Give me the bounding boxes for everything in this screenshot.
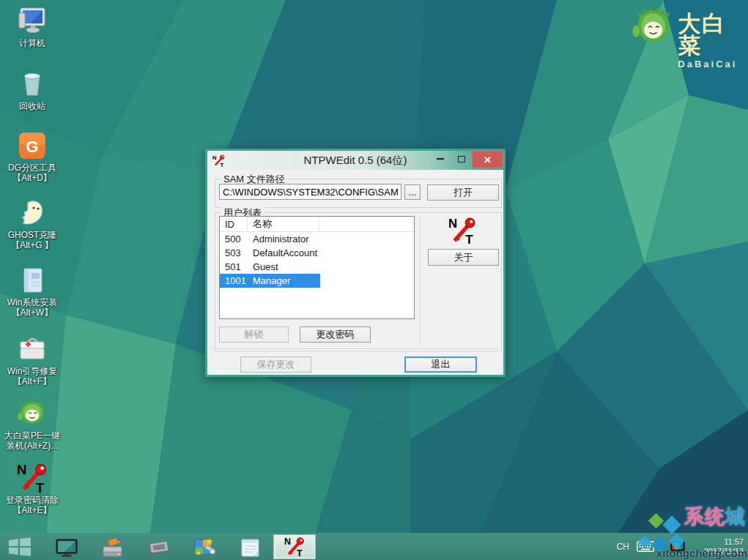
- ghost-icon: [17, 198, 48, 228]
- tray-date: 2017/11/13: [704, 547, 744, 556]
- desktop-icon-label: Win系统安装 【Alt+W】: [7, 297, 58, 318]
- desktop-icon-dabaicai-pe[interactable]: 大白菜PE一键 装机(Alt+Z)...: [0, 398, 64, 451]
- svg-text:T: T: [297, 548, 303, 557]
- desktop-icon-recycle-bin[interactable]: 回收站: [0, 67, 64, 111]
- nt-logo: N T: [448, 217, 476, 244]
- diskgenius-icon: G: [17, 130, 48, 161]
- notepad-icon: [239, 537, 261, 558]
- desktop-icon-password-clear[interactable]: N T 登录密码清除 【Alt+E】: [0, 463, 64, 515]
- taskbar-disk-tool[interactable]: [101, 536, 126, 558]
- vertical-divider: [420, 215, 421, 346]
- dabaicai-brand: 大白菜 DaBaiCai: [632, 4, 745, 56]
- column-header-name: 名称: [248, 217, 319, 231]
- unlock-button[interactable]: 解锁: [219, 326, 289, 343]
- user-list-header: ID 名称: [220, 217, 414, 232]
- desktop-icon-label: DG分区工具 【Alt+D】: [8, 163, 56, 183]
- disk-cleanup-icon: [102, 537, 125, 558]
- desktop-icon-label: GHOST克隆 【Alt+G 】: [8, 230, 57, 250]
- taskbar-ntpwedit-active[interactable]: N T: [273, 534, 316, 559]
- taskbar-display-tool[interactable]: [54, 536, 79, 558]
- horizontal-divider: [211, 348, 500, 349]
- memory-chip-icon: [147, 539, 171, 558]
- brand-subtitle: DaBaiCai: [678, 59, 745, 70]
- open-button[interactable]: 打开: [427, 184, 499, 201]
- desktop-icon-label: Win引导修复 【Alt+F】: [7, 366, 58, 387]
- maximize-icon: [458, 156, 465, 163]
- column-header-id: ID: [220, 217, 248, 231]
- system-tray: CH: [616, 533, 748, 560]
- image-tool-icon: [193, 537, 216, 558]
- user-row[interactable]: 501 Guest: [220, 260, 414, 274]
- desktop-icon-boot-repair[interactable]: Win引导修复 【Alt+F】: [0, 332, 64, 387]
- desktop-icon-label: 回收站: [19, 101, 45, 111]
- about-button[interactable]: 关于: [428, 249, 499, 266]
- sam-path-input[interactable]: [219, 184, 401, 200]
- svg-text:N: N: [17, 463, 26, 477]
- svg-text:G: G: [26, 138, 38, 156]
- user-name: Administrator: [248, 234, 309, 244]
- software-box-icon: [17, 265, 48, 296]
- repair-kit-icon: [16, 332, 48, 365]
- svg-text:T: T: [36, 480, 45, 493]
- svg-text:N: N: [284, 537, 291, 547]
- desktop-icon-label: 登录密码清除 【Alt+E】: [6, 495, 59, 515]
- touch-keyboard-icon[interactable]: [637, 541, 654, 552]
- dabaicai-mascot-icon: [632, 4, 675, 48]
- tray-time: 11:57: [704, 537, 744, 547]
- user-name: DefaultAccount: [248, 247, 317, 258]
- tray-clock[interactable]: 11:57 2017/11/13: [704, 537, 744, 556]
- user-list[interactable]: ID 名称 500 Administrator 503 DefaultAccou…: [219, 216, 415, 319]
- close-icon: ✕: [484, 155, 492, 165]
- minimize-icon: [437, 158, 444, 160]
- display-color-icon[interactable]: [670, 541, 685, 553]
- user-name: Manager: [248, 275, 290, 286]
- user-name: Guest: [248, 261, 278, 272]
- svg-text:T: T: [220, 161, 223, 166]
- svg-text:T: T: [465, 233, 473, 244]
- brand-title: 大白菜: [678, 13, 745, 57]
- user-row[interactable]: 503 DefaultAccount: [220, 246, 414, 260]
- user-id: 500: [220, 234, 248, 244]
- computer-icon: [16, 4, 48, 37]
- desktop-icon-label: 计算机: [19, 38, 45, 48]
- save-changes-button[interactable]: 保存更改: [240, 356, 311, 373]
- start-icon: [9, 537, 31, 556]
- window-icon: N T: [212, 154, 225, 167]
- taskbar-notepad[interactable]: [237, 536, 262, 558]
- svg-text:N: N: [212, 154, 216, 161]
- nt-key-icon: N T: [17, 463, 48, 493]
- window-titlebar[interactable]: N T NTPWEdit 0.5 (64位) ✕: [207, 151, 503, 170]
- close-button[interactable]: ✕: [472, 151, 503, 168]
- nt-key-icon: N T: [284, 537, 305, 557]
- display-tool-icon: [56, 539, 78, 558]
- column-header-empty: [319, 217, 414, 231]
- exit-button[interactable]: 退出: [404, 356, 477, 373]
- recycle-bin-icon: [16, 67, 48, 100]
- browse-button[interactable]: ...: [404, 184, 421, 200]
- user-id: 503: [220, 247, 248, 258]
- ntpwedit-window: N T NTPWEdit 0.5 (64位) ✕ SAM 文件路径 ... 打开…: [205, 149, 506, 377]
- user-id: 1001: [220, 275, 248, 286]
- minimize-button[interactable]: [429, 151, 451, 167]
- user-row-selected[interactable]: 1001 Manager: [220, 274, 320, 288]
- desktop-icon-label: 大白菜PE一键 装机(Alt+Z)...: [4, 430, 60, 451]
- user-row[interactable]: 500 Administrator: [220, 232, 414, 246]
- desktop-icon-dg-partition[interactable]: G DG分区工具 【Alt+D】: [0, 130, 64, 183]
- change-password-button[interactable]: 更改密码: [300, 326, 371, 343]
- taskbar-image-tool[interactable]: [192, 536, 217, 558]
- desktop-icon-ghost-clone[interactable]: GHOST克隆 【Alt+G 】: [0, 198, 64, 250]
- svg-text:N: N: [448, 217, 457, 231]
- maximize-button[interactable]: [451, 151, 472, 167]
- user-id: 501: [220, 261, 248, 272]
- desktop-icon-computer[interactable]: 计算机: [0, 4, 64, 48]
- taskbar-memory-tool[interactable]: [147, 536, 171, 558]
- cabbage-icon: [16, 398, 48, 429]
- taskbar: N T CH: [0, 533, 748, 560]
- desktop-icon-win-install[interactable]: Win系统安装 【Alt+W】: [0, 265, 64, 318]
- start-button[interactable]: [0, 533, 40, 560]
- input-language-indicator[interactable]: CH: [616, 542, 629, 552]
